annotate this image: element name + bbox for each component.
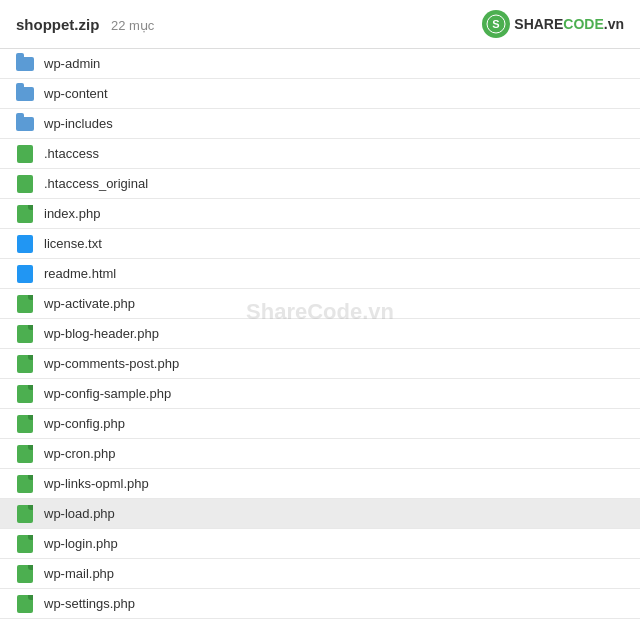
file-item[interactable]: wp-load.php [0,499,640,529]
file-item[interactable]: readme.html [0,259,640,289]
file-item[interactable]: license.txt [0,229,640,259]
folder-icon [16,87,34,101]
php-file-icon [17,415,33,433]
php-file-icon [17,565,33,583]
file-item[interactable]: index.php [0,199,640,229]
folder-icon [16,57,34,71]
file-item[interactable]: wp-comments-post.php [0,349,640,379]
logo-icon: S [482,10,510,38]
header-title-area: shoppet.zip 22 mục [16,16,154,33]
file-name: wp-links-opml.php [44,476,149,491]
file-item[interactable]: wp-settings.php [0,589,640,619]
logo: S SHARECODE.vn [482,10,624,38]
file-item[interactable]: wp-cron.php [0,439,640,469]
file-name: wp-settings.php [44,596,135,611]
file-name: .htaccess [44,146,99,161]
file-item[interactable]: wp-links-opml.php [0,469,640,499]
item-count: 22 mục [111,18,154,33]
file-item[interactable]: wp-signup.php [0,619,640,624]
php-file-icon [17,535,33,553]
txt-file-icon [17,235,33,253]
file-name: wp-content [44,86,108,101]
file-list: wp-adminwp-contentwp-includes.htaccess.h… [0,49,640,624]
file-item[interactable]: wp-config-sample.php [0,379,640,409]
file-name: index.php [44,206,100,221]
logo-text: SHARECODE.vn [514,16,624,32]
file-name: license.txt [44,236,102,251]
php-file-icon [17,355,33,373]
php-file-icon [17,445,33,463]
php-file-icon [17,325,33,343]
file-name: wp-includes [44,116,113,131]
php-file-icon [17,595,33,613]
file-name: wp-cron.php [44,446,116,461]
file-name: wp-admin [44,56,100,71]
file-name: .htaccess_original [44,176,148,191]
config-file-icon [17,145,33,163]
file-name: wp-config-sample.php [44,386,171,401]
file-item[interactable]: .htaccess_original [0,169,640,199]
folder-icon [16,117,34,131]
file-item[interactable]: wp-blog-header.php [0,319,640,349]
archive-name: shoppet.zip [16,16,99,33]
file-name: readme.html [44,266,116,281]
file-name: wp-login.php [44,536,118,551]
config-file-icon [17,175,33,193]
file-item[interactable]: wp-login.php [0,529,640,559]
php-file-icon [17,295,33,313]
html-file-icon [17,265,33,283]
file-item[interactable]: wp-mail.php [0,559,640,589]
file-item[interactable]: wp-activate.php [0,289,640,319]
file-item[interactable]: wp-content [0,79,640,109]
file-name: wp-mail.php [44,566,114,581]
file-name: wp-config.php [44,416,125,431]
file-item[interactable]: wp-includes [0,109,640,139]
php-file-icon [17,475,33,493]
file-name: wp-activate.php [44,296,135,311]
file-name: wp-comments-post.php [44,356,179,371]
app-header: shoppet.zip 22 mục S SHARECODE.vn [0,0,640,49]
file-item[interactable]: .htaccess [0,139,640,169]
file-item[interactable]: wp-admin [0,49,640,79]
php-file-icon [17,205,33,223]
file-name: wp-load.php [44,506,115,521]
php-file-icon [17,505,33,523]
file-item[interactable]: wp-config.php [0,409,640,439]
svg-text:S: S [493,18,500,30]
php-file-icon [17,385,33,403]
file-name: wp-blog-header.php [44,326,159,341]
